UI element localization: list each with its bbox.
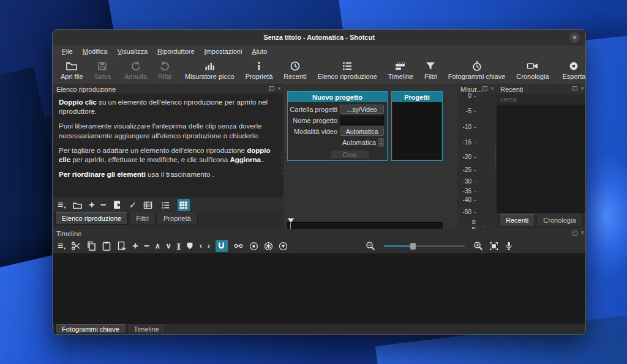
tab-fotogrammi-chiave[interactable]: Fotogrammi chiave: [55, 324, 126, 334]
center-playhead-button[interactable]: [249, 242, 258, 251]
ripple-button[interactable]: [264, 242, 273, 251]
overwrite-button[interactable]: ∨: [166, 242, 171, 250]
titlebar[interactable]: Senza titolo - Automatica - Shotcut ×: [53, 30, 585, 45]
snap-magnet-button[interactable]: [216, 240, 228, 252]
mode-combo-spinner[interactable]: ▲▼: [378, 138, 384, 147]
playlist-panel: Elenco riproduzione × Doppio clic su un …: [53, 84, 283, 229]
timeline-tabbar: Fotogrammi chiave Timeline: [53, 324, 586, 335]
zoom-in-button[interactable]: [473, 241, 483, 251]
tab-cronologia[interactable]: Cronologia: [536, 214, 582, 226]
recent-panel: Recenti × cerca Recenti Cronologia: [497, 84, 586, 229]
export-icon: [568, 61, 579, 72]
tab-elenco-riproduzione[interactable]: Elenco riproduzione: [55, 212, 128, 225]
timeline-zoom-slider[interactable]: [384, 242, 465, 250]
ripple-all-tracks-button[interactable]: [279, 242, 288, 251]
close-panel-icon[interactable]: ×: [580, 230, 584, 236]
peak-meter-button[interactable]: Misuratore picco: [179, 57, 240, 84]
paste-button[interactable]: [102, 241, 111, 251]
recent-search-input[interactable]: cerca: [497, 94, 586, 105]
playlist-remove-button[interactable]: −: [100, 200, 106, 210]
copy-button[interactable]: [86, 241, 96, 251]
recent-list[interactable]: [497, 105, 586, 213]
tab-recenti[interactable]: Recenti: [499, 214, 535, 226]
split-button[interactable]: ][: [177, 243, 180, 250]
player-panel: Nuovo progetto Cartella progetti ...sy/V…: [283, 84, 457, 229]
timeline-button[interactable]: Timeline: [383, 57, 419, 84]
shotcut-window: Senza titolo - Automatica - Shotcut × Fi…: [52, 29, 586, 335]
view-icons-button[interactable]: [178, 199, 190, 211]
timeline-title: Timeline: [56, 230, 81, 237]
view-details-button[interactable]: [142, 199, 154, 211]
float-panel-icon[interactable]: [573, 231, 577, 236]
splitter-handle[interactable]: [282, 152, 282, 175]
append-button[interactable]: [117, 241, 127, 251]
next-marker-button[interactable]: ›: [208, 242, 210, 250]
float-panel-icon[interactable]: [269, 86, 274, 91]
float-panel-icon[interactable]: [573, 86, 577, 91]
timeline-remove-button[interactable]: −: [144, 241, 149, 251]
folder-label: Cartella progetti: [290, 106, 337, 113]
open-file-button[interactable]: Apri file: [55, 57, 89, 84]
view-tiles-button[interactable]: [160, 199, 172, 211]
scrub-while-dragging-button[interactable]: [233, 242, 244, 250]
menu-impostazioni[interactable]: Impostazioni: [200, 47, 247, 56]
playhead-icon[interactable]: [288, 218, 294, 223]
menu-file[interactable]: File: [58, 47, 77, 56]
window-close-button[interactable]: ×: [569, 32, 580, 43]
tab-proprieta[interactable]: Proprietà: [157, 212, 198, 225]
timeline-menu-button[interactable]: ≡▾: [58, 241, 66, 251]
splitter-handle[interactable]: [495, 146, 495, 169]
menu-riproduttore[interactable]: Riporduttore: [153, 47, 199, 56]
timeline-header: Timeline ×: [53, 229, 586, 238]
export-button[interactable]: Esporta: [557, 57, 586, 84]
cut-button[interactable]: [71, 241, 81, 251]
open-folder-icon: [66, 61, 78, 72]
marker-button[interactable]: [186, 242, 194, 250]
record-audio-button[interactable]: [505, 241, 513, 251]
filters-button[interactable]: Filtri: [419, 57, 443, 84]
playlist-open-button[interactable]: [71, 199, 83, 211]
timeline-toolbar: ≡▾ + − ∧ ∨ ][ ‹ ›: [53, 239, 586, 253]
undo-button[interactable]: Annulla: [119, 57, 152, 84]
history-button[interactable]: Cronologia: [511, 57, 554, 84]
timeline-track-area[interactable]: [53, 253, 586, 324]
redo-button[interactable]: Rifai: [152, 57, 177, 84]
tab-timeline[interactable]: Timeline: [127, 324, 166, 334]
video-mode-button[interactable]: Automatica: [340, 127, 384, 136]
project-name-input[interactable]: [340, 116, 384, 125]
playlist-update-button[interactable]: [111, 199, 124, 211]
fit-timeline-button[interactable]: [489, 242, 498, 251]
menu-visualizza[interactable]: Visualizza: [113, 47, 152, 56]
projects-title: Progetti: [392, 92, 442, 102]
tab-filtri[interactable]: Filtri: [129, 212, 156, 225]
lift-button[interactable]: ∧: [155, 242, 160, 250]
menu-modifica[interactable]: Modifica: [78, 47, 112, 56]
projects-box: Progetti: [391, 91, 443, 161]
playlist-button[interactable]: Elenco riproduzione: [312, 57, 383, 84]
timeline-append-plus-button[interactable]: +: [132, 241, 138, 251]
projects-list[interactable]: [392, 102, 441, 160]
close-panel-icon[interactable]: ×: [580, 86, 584, 92]
zoom-out-button[interactable]: [366, 241, 375, 251]
playlist-check-button[interactable]: ✓: [129, 201, 137, 209]
recent-button[interactable]: Recenti: [278, 57, 312, 84]
close-panel-icon[interactable]: ×: [490, 86, 494, 92]
float-panel-icon[interactable]: [482, 86, 487, 91]
main-area: Elenco riproduzione × Doppio clic su un …: [53, 84, 585, 229]
properties-button[interactable]: Proprietà: [240, 57, 279, 84]
info-icon: [253, 61, 265, 72]
project-folder-button[interactable]: ...sy/Video: [340, 105, 384, 114]
menu-aiuto[interactable]: Aiuto: [247, 47, 271, 56]
playlist-add-button[interactable]: +: [89, 200, 94, 210]
keyframes-button[interactable]: Fotogrammi chiave: [443, 57, 511, 84]
save-button[interactable]: Salva: [89, 57, 117, 84]
prev-marker-button[interactable]: ‹: [200, 242, 202, 250]
create-project-button[interactable]: Crea: [330, 150, 369, 159]
desktop: Senza titolo - Automatica - Shotcut × Fi…: [0, 0, 627, 364]
main-toolbar: Apri file Salva Annulla Rifai Misuratore…: [53, 57, 585, 84]
slider-handle[interactable]: [410, 243, 416, 250]
recent-header: Recenti ×: [497, 84, 586, 94]
playlist-menu-button[interactable]: ≡▾: [58, 200, 66, 210]
close-panel-icon[interactable]: ×: [277, 86, 281, 92]
recent-title: Recenti: [500, 86, 523, 93]
